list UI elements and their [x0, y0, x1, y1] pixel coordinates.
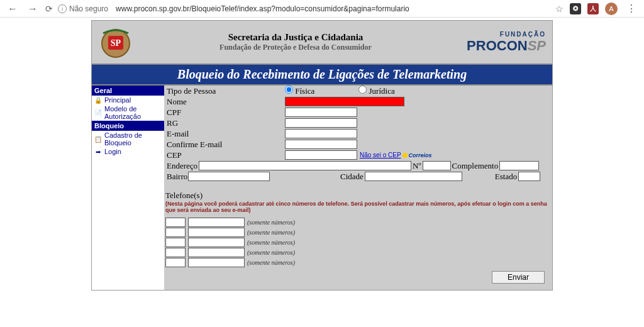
input-cep[interactable] [285, 150, 357, 160]
input-email[interactable] [285, 129, 357, 138]
input-tel-3[interactable] [188, 238, 245, 247]
tel-row-3: (somente números) [165, 238, 551, 247]
correios-icon [402, 153, 408, 158]
label-numero: Nº [411, 161, 422, 171]
input-tel-5[interactable] [188, 258, 245, 267]
tel-row-1: (somente números) [165, 218, 551, 227]
url-bar[interactable]: www.procon.sp.gov.br/BloqueioTelef/index… [113, 4, 550, 13]
form-area: Tipo de Pessoa Física Jurídica Nome CPF … [164, 86, 552, 290]
profile-avatar[interactable]: A [605, 3, 618, 15]
sidebar-item-label: Principal [104, 96, 131, 104]
login-icon: ➡ [94, 148, 102, 155]
input-ddd-1[interactable] [165, 218, 186, 227]
info-icon: i [58, 4, 67, 13]
input-bairro[interactable] [188, 172, 270, 181]
input-ddd-2[interactable] [165, 228, 186, 237]
input-ddd-5[interactable] [165, 258, 186, 267]
input-ddd-3[interactable] [165, 238, 186, 247]
input-estado[interactable] [518, 172, 540, 181]
page-title: Bloqueio do Recebimento de Ligações de T… [92, 64, 552, 86]
input-ddd-4[interactable] [165, 248, 186, 257]
page-header: SP Secretaria da Justiça e Cidadania Fun… [92, 21, 552, 64]
sidebar-item-label: Modelo de Autorização [104, 105, 162, 120]
submit-button[interactable]: Enviar [492, 271, 545, 284]
correios-logo: Correios [402, 152, 432, 158]
label-complemento: Complemento [451, 161, 500, 171]
sidebar-item-label: Cadastro de Bloqueio [104, 131, 162, 147]
tel-row-2: (somente números) [165, 228, 551, 237]
sidebar-section-bloqueio: Bloqueio [92, 121, 164, 131]
telefones-note: (Nesta página você poderá cadastrar até … [165, 201, 551, 213]
label-confirme-email: Confirme E-mail [165, 140, 225, 150]
bookmark-star-icon[interactable]: ☆ [555, 4, 564, 14]
security-indicator[interactable]: i Não seguro [58, 4, 108, 13]
input-numero[interactable] [423, 161, 451, 170]
sidebar: Geral 🔒 Principal 📄 Modelo de Autorizaçã… [92, 86, 164, 290]
header-subtitle: Fundação de Proteção e Defesa do Consumi… [133, 43, 458, 52]
browser-toolbar: ← → ⟳ i Não seguro www.procon.sp.gov.br/… [0, 0, 644, 18]
label-email: E-mail [165, 129, 225, 139]
sidebar-item-principal[interactable]: 🔒 Principal [92, 96, 164, 104]
header-title: Secretaria da Justiça e Cidadania [133, 32, 458, 43]
label-tipo-pessoa: Tipo de Pessoa [165, 86, 225, 96]
procon-logo: FUNDAÇÃO PROCONSP [458, 31, 546, 54]
insecure-label: Não seguro [69, 4, 108, 13]
input-nome[interactable] [285, 97, 404, 106]
input-cpf[interactable] [285, 108, 357, 117]
document-icon: 📄 [94, 109, 102, 116]
radio-fisica[interactable]: Física [285, 86, 314, 96]
label-endereco: Endereço [165, 161, 199, 171]
menu-dots-icon[interactable]: ⋮ [624, 3, 639, 14]
label-bairro: Bairro [165, 172, 188, 182]
radio-juridica[interactable]: Jurídica [358, 86, 394, 96]
link-nao-sei-cep[interactable]: Não sei o CEP [360, 152, 401, 158]
label-nome: Nome [165, 97, 225, 107]
sidebar-section-geral: Geral [92, 86, 164, 96]
sidebar-item-label: Login [104, 148, 121, 155]
sidebar-item-cadastro[interactable]: 📋 Cadastro de Bloqueio [92, 131, 164, 147]
sidebar-item-modelo[interactable]: 📄 Modelo de Autorização [92, 104, 164, 121]
input-confirme-email[interactable] [285, 140, 357, 149]
extension-icon-2[interactable]: 人 [587, 3, 599, 14]
extension-icon-1[interactable]: ✪ [570, 3, 581, 14]
input-endereco[interactable] [199, 161, 411, 170]
reload-button[interactable]: ⟳ [45, 4, 53, 14]
label-telefones: Telefone(s) [165, 191, 551, 201]
lock-icon: 🔒 [94, 96, 102, 104]
tel-row-5: (somente números) [165, 258, 551, 267]
form-icon: 📋 [94, 135, 102, 143]
input-complemento[interactable] [499, 161, 539, 170]
input-cidade[interactable] [365, 172, 462, 181]
input-rg[interactable] [285, 118, 357, 128]
back-button[interactable]: ← [5, 3, 20, 14]
input-tel-1[interactable] [188, 218, 245, 227]
label-cpf: CPF [165, 108, 225, 118]
input-tel-4[interactable] [188, 248, 245, 257]
tel-row-4: (somente números) [165, 248, 551, 257]
label-cidade: Cidade [339, 172, 365, 182]
label-rg: RG [165, 118, 225, 128]
forward-button[interactable]: → [25, 3, 40, 14]
state-seal-icon: SP [98, 25, 133, 60]
label-estado: Estado [494, 172, 518, 182]
svg-text:SP: SP [111, 38, 121, 48]
page-container: SP Secretaria da Justiça e Cidadania Fun… [91, 20, 553, 291]
input-tel-2[interactable] [188, 228, 245, 237]
sidebar-item-login[interactable]: ➡ Login [92, 147, 164, 156]
label-cep: CEP [165, 150, 225, 160]
